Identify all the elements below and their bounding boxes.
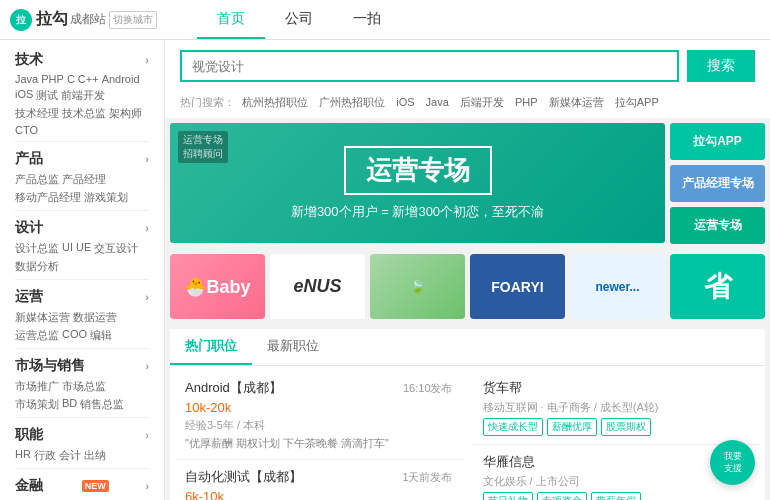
- search-input[interactable]: [180, 50, 679, 82]
- sidebar-tag-c[interactable]: C: [67, 73, 75, 85]
- sidebar-tag-mkt[interactable]: 市场推广: [15, 379, 59, 394]
- sidebar-category-sales-header[interactable]: 市场与销售 ›: [15, 357, 149, 375]
- sidebar-tag-mkt-dir[interactable]: 市场总监: [62, 379, 106, 394]
- sidebar-tag-tech-dir[interactable]: 技术总监: [62, 106, 106, 121]
- sidebar-tag-test[interactable]: 测试: [36, 88, 58, 103]
- sidebar-category-sales-label: 市场与销售: [15, 357, 85, 375]
- sidebar-tag-ui[interactable]: UI: [62, 241, 73, 256]
- sidebar-tag-cpp[interactable]: C++: [78, 73, 99, 85]
- sidebar-tag-social-media[interactable]: 新媒体运营: [15, 310, 70, 325]
- tab-new-jobs[interactable]: 最新职位: [252, 329, 334, 365]
- banner-subtitle: 新增300个用户 = 新增300个初恋，至死不渝: [291, 203, 544, 221]
- float-support-button[interactable]: 我要支援: [710, 440, 755, 485]
- hot-tag-php[interactable]: PHP: [515, 96, 538, 108]
- sidebar-category-design: 设计 › 设计总监 UI UE 交互设计 数据分析: [0, 213, 164, 282]
- sidebar-category-finance-header[interactable]: 金融 NEW ›: [15, 477, 149, 495]
- main-nav: 首页 公司 一拍: [197, 0, 401, 39]
- company-tag-4: 节日礼物: [483, 492, 533, 500]
- company-tags-huayan: 节日礼物 专项奖金 带薪年假: [483, 492, 751, 500]
- logo-item-newer[interactable]: newer...: [570, 254, 665, 319]
- tab-hot-jobs[interactable]: 热门职位: [170, 329, 252, 365]
- sidebar-category-admin-header[interactable]: 职能 ›: [15, 426, 149, 444]
- hot-tag-backend[interactable]: 后端开发: [460, 96, 504, 108]
- banner-main[interactable]: 运营专场招聘顾问 运营专场 新增300个用户 = 新增300个初恋，至死不渝: [170, 123, 665, 243]
- sidebar-tag-data-analysis[interactable]: 数据分析: [15, 259, 59, 274]
- sidebar-tag-bd[interactable]: BD: [62, 397, 77, 412]
- nav-item-home[interactable]: 首页: [197, 0, 265, 39]
- city-switch-link[interactable]: 切换城市: [109, 11, 157, 29]
- sidebar-tag-arch[interactable]: 架构师: [109, 106, 142, 121]
- header: 拉 拉勾 成都站 切换城市 首页 公司 一拍: [0, 0, 770, 40]
- job-item-android[interactable]: Android【成都】 16:10发布 10k-20k 经验3-5年 / 本科 …: [175, 371, 463, 460]
- sidebar-tag-coo[interactable]: COO: [62, 328, 87, 343]
- sidebar-tag-android[interactable]: Android: [102, 73, 140, 85]
- sidebar-tag-product-dir[interactable]: 产品总监: [15, 172, 59, 187]
- sidebar-tag-frontend[interactable]: 前端开发: [61, 88, 105, 103]
- company-info-truck: 移动互联网 · 电子商务 / 成长型(A轮): [483, 400, 751, 415]
- logo-item-save[interactable]: 省: [670, 254, 765, 319]
- hot-tag-guangzhou[interactable]: 广州热招职位: [319, 96, 385, 108]
- sidebar-category-design-label: 设计: [15, 219, 43, 237]
- sidebar-tag-mkt-plan[interactable]: 市场策划: [15, 397, 59, 412]
- hot-tag-lagou-app[interactable]: 拉勾APP: [615, 96, 659, 108]
- sidebar-tag-game[interactable]: 游戏策划: [84, 190, 128, 205]
- logo-text: 拉勾: [36, 9, 68, 30]
- sidebar-tag-accounting[interactable]: 会计: [59, 448, 81, 463]
- logo-item-foaryi[interactable]: FOARYI: [470, 254, 565, 319]
- sidebar-tag-editor[interactable]: 编辑: [90, 328, 112, 343]
- sidebar-tag-sales-dir[interactable]: 销售总监: [80, 397, 124, 412]
- sidebar-category-finance: 金融 NEW ›: [0, 471, 164, 500]
- sidebar-category-sales: 市场与销售 › 市场推广 市场总监 市场策划 BD 销售总监: [0, 351, 164, 420]
- job-item-autotest[interactable]: 自动化测试【成都】 1天前发布 6k-10k 经验不限 / 本科 "公积金12%…: [175, 460, 463, 500]
- company-item-truck[interactable]: 货车帮 移动互联网 · 电子商务 / 成长型(A轮) 快速成长型 薪酬优厚 股票…: [473, 371, 761, 445]
- search-button[interactable]: 搜索: [687, 50, 755, 82]
- company-tag-3: 股票期权: [601, 418, 651, 436]
- chevron-right-icon-3: ›: [145, 222, 149, 234]
- banner-side-pm[interactable]: 产品经理专场: [670, 165, 765, 202]
- logo-item-enus[interactable]: eNUS: [270, 254, 365, 319]
- sidebar-tag-ixd[interactable]: 交互设计: [94, 241, 138, 256]
- save-logo-img: 省: [670, 254, 765, 319]
- sidebar-tag-tech-mgr[interactable]: 技术经理: [15, 106, 59, 121]
- sidebar-tag-ios[interactable]: iOS: [15, 88, 33, 103]
- main-layout: 技术 › Java PHP C C++ Android iOS 测试 前端开发 …: [0, 40, 770, 500]
- hot-tag-java[interactable]: Java: [426, 96, 449, 108]
- company-tag-1: 快速成长型: [483, 418, 543, 436]
- sidebar-tag-mobile-product[interactable]: 移动产品经理: [15, 190, 81, 205]
- sidebar-category-design-header[interactable]: 设计 ›: [15, 219, 149, 237]
- sidebar-tag-design-dir[interactable]: 设计总监: [15, 241, 59, 256]
- foaryi-logo-img: FOARYI: [470, 254, 565, 319]
- hot-tag-hangzhou[interactable]: 杭州热招职位: [242, 96, 308, 108]
- sidebar-tag-cashier[interactable]: 出纳: [84, 448, 106, 463]
- sidebar-tag-java[interactable]: Java: [15, 73, 38, 85]
- nav-item-company[interactable]: 公司: [265, 0, 333, 39]
- sidebar-category-admin-label: 职能: [15, 426, 43, 444]
- sidebar-tag-admin[interactable]: 行政: [34, 448, 56, 463]
- sidebar-tag-php[interactable]: PHP: [41, 73, 64, 85]
- banner-side-app[interactable]: 拉勾APP: [670, 123, 765, 160]
- job-title-row-2: 自动化测试【成都】 1天前发布: [185, 468, 453, 486]
- job-time-autotest: 1天前发布: [402, 470, 452, 485]
- hot-tag-ios[interactable]: iOS: [396, 96, 414, 108]
- sidebar-tag-ops-dir[interactable]: 运营总监: [15, 328, 59, 343]
- sidebar-tag-data-ops[interactable]: 数据运营: [73, 310, 117, 325]
- sidebar-tag-cto[interactable]: CTO: [15, 124, 38, 136]
- chevron-right-icon-5: ›: [145, 360, 149, 372]
- sidebar-category-tech-header[interactable]: 技术 ›: [15, 51, 149, 69]
- sidebar-category-ops-header[interactable]: 运营 ›: [15, 288, 149, 306]
- hot-tag-social-media[interactable]: 新媒体运营: [549, 96, 604, 108]
- job-title-autotest: 自动化测试【成都】: [185, 468, 302, 486]
- sidebar-category-product-header[interactable]: 产品 ›: [15, 150, 149, 168]
- banner-badge: 运营专场招聘顾问: [178, 131, 228, 163]
- logo-item-baby[interactable]: 🐣Baby: [170, 254, 265, 319]
- nav-item-yipai[interactable]: 一拍: [333, 0, 401, 39]
- search-bar: 搜索: [165, 40, 770, 92]
- logo-item-leaf[interactable]: 🍃: [370, 254, 465, 319]
- sidebar-tag-hr[interactable]: HR: [15, 448, 31, 463]
- jobs-tabs: 热门职位 最新职位: [170, 329, 765, 366]
- logo-icon: 拉: [10, 9, 32, 31]
- sidebar-admin-tags: HR 行政 会计 出纳: [15, 448, 149, 469]
- banner-side-ops[interactable]: 运营专场: [670, 207, 765, 244]
- sidebar-tag-ue[interactable]: UE: [76, 241, 91, 256]
- sidebar-tag-product-mgr[interactable]: 产品经理: [62, 172, 106, 187]
